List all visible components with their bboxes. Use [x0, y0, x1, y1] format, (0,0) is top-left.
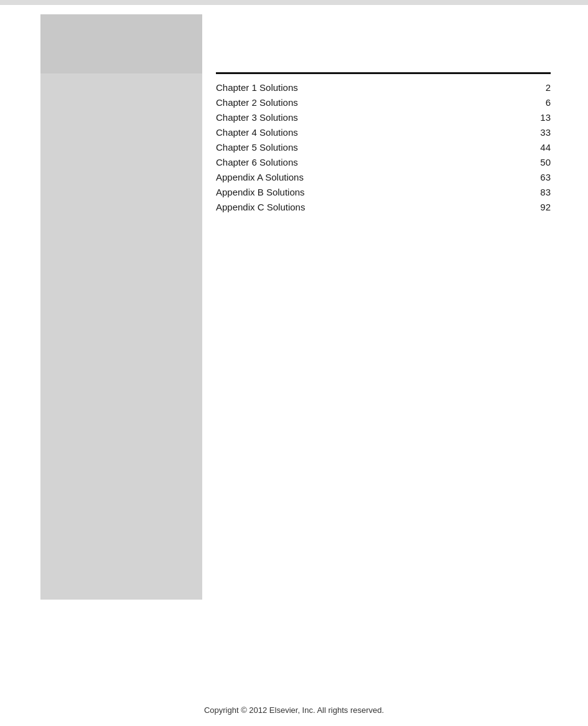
toc-entry[interactable]: Chapter 1 Solutions2	[216, 80, 551, 95]
toc-entry-page: 6	[526, 97, 551, 108]
toc-entry[interactable]: Chapter 2 Solutions6	[216, 95, 551, 110]
toc-entry[interactable]: Chapter 5 Solutions44	[216, 140, 551, 154]
toc-container: Chapter 1 Solutions2Chapter 2 Solutions6…	[216, 80, 551, 214]
toc-entry-label: Appendix C Solutions	[216, 202, 305, 212]
toc-entry-page: 92	[526, 202, 551, 212]
toc-entry-page: 33	[526, 127, 551, 138]
toc-entry-label: Chapter 4 Solutions	[216, 127, 298, 138]
top-bar	[0, 0, 588, 5]
toc-entry[interactable]: Chapter 3 Solutions13	[216, 110, 551, 125]
toc-entry[interactable]: Chapter 4 Solutions33	[216, 125, 551, 139]
toc-entry-page: 44	[526, 142, 551, 153]
left-sidebar-column	[40, 5, 202, 690]
toc-entry-label: Chapter 2 Solutions	[216, 97, 298, 108]
toc-entry-label: Chapter 1 Solutions	[216, 82, 298, 93]
page-footer: Copyright © 2012 Elsevier, Inc. All righ…	[0, 690, 588, 726]
top-divider	[216, 72, 551, 74]
toc-entry-label: Appendix A Solutions	[216, 172, 304, 182]
footer-text: Copyright © 2012 Elsevier, Inc. All righ…	[204, 705, 384, 715]
content-column: Chapter 1 Solutions2Chapter 2 Solutions6…	[202, 5, 588, 690]
toc-entry-page: 83	[526, 187, 551, 197]
toc-entry-label: Appendix B Solutions	[216, 187, 305, 197]
toc-entry-page: 13	[526, 112, 551, 123]
toc-entry[interactable]: Appendix C Solutions92	[216, 200, 551, 214]
toc-entry[interactable]: Appendix A Solutions63	[216, 170, 551, 184]
toc-entry-page: 63	[526, 172, 551, 182]
toc-entry[interactable]: Chapter 6 Solutions50	[216, 155, 551, 169]
sidebar-block	[40, 14, 202, 600]
toc-entry-page: 50	[526, 157, 551, 167]
toc-entry-page: 2	[526, 82, 551, 93]
page-container: Chapter 1 Solutions2Chapter 2 Solutions6…	[0, 0, 588, 726]
toc-entry[interactable]: Appendix B Solutions83	[216, 185, 551, 199]
toc-entry-label: Chapter 3 Solutions	[216, 112, 298, 123]
sidebar-top-section	[40, 14, 202, 73]
toc-entry-label: Chapter 6 Solutions	[216, 157, 298, 167]
toc-entry-label: Chapter 5 Solutions	[216, 142, 298, 153]
